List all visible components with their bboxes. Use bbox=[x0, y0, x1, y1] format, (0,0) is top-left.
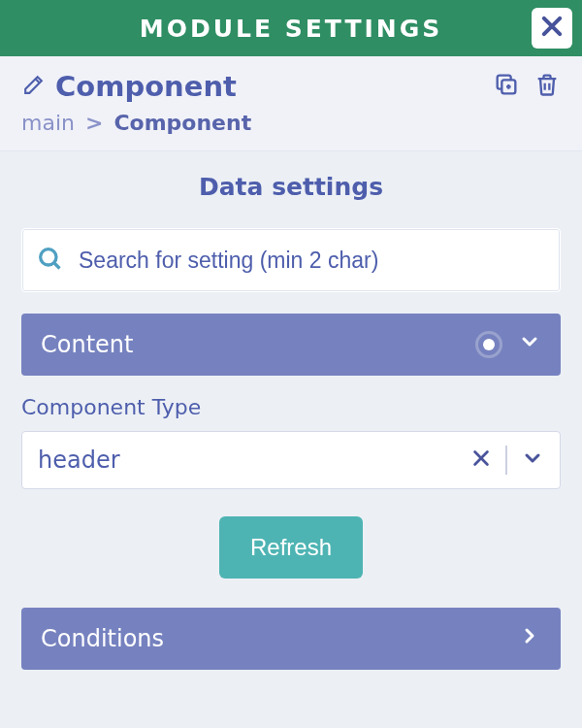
duplicate-icon[interactable] bbox=[493, 71, 520, 102]
section-title: Data settings bbox=[0, 173, 582, 201]
divider bbox=[505, 446, 507, 475]
accordion-content-label: Content bbox=[41, 331, 133, 358]
breadcrumb: main > Component bbox=[21, 111, 561, 135]
trash-icon[interactable] bbox=[534, 71, 561, 102]
accordion-content[interactable]: Content bbox=[21, 314, 561, 376]
chevron-down-icon bbox=[518, 330, 541, 359]
refresh-button[interactable]: Refresh bbox=[219, 516, 363, 579]
title-actions bbox=[493, 71, 561, 102]
component-title: Component bbox=[55, 70, 493, 103]
title-row: Component bbox=[21, 70, 561, 103]
search-box[interactable] bbox=[21, 228, 561, 292]
subheader: Component main > Component bbox=[0, 56, 582, 151]
component-type-select[interactable]: header bbox=[21, 431, 561, 489]
clear-icon[interactable] bbox=[470, 447, 492, 473]
svg-point-1 bbox=[41, 249, 56, 265]
header-title: MODULE SETTINGS bbox=[140, 15, 442, 43]
panel-body: Content Component Type header Refresh Co… bbox=[0, 228, 582, 670]
radio-indicator-icon bbox=[475, 331, 502, 358]
header-bar: MODULE SETTINGS bbox=[0, 0, 582, 56]
pencil-icon[interactable] bbox=[21, 73, 46, 101]
button-row: Refresh bbox=[21, 516, 561, 579]
search-icon bbox=[36, 245, 63, 276]
component-type-value: header bbox=[38, 447, 470, 474]
breadcrumb-current: Component bbox=[113, 111, 251, 135]
chevron-down-icon[interactable] bbox=[521, 447, 544, 474]
component-type-label: Component Type bbox=[21, 395, 561, 419]
accordion-conditions-label: Conditions bbox=[41, 625, 164, 652]
close-button[interactable] bbox=[532, 8, 572, 49]
chevron-right-icon bbox=[518, 624, 541, 653]
breadcrumb-root[interactable]: main bbox=[21, 111, 75, 135]
accordion-conditions[interactable]: Conditions bbox=[21, 608, 561, 670]
breadcrumb-separator: > bbox=[85, 111, 103, 135]
search-input[interactable] bbox=[79, 229, 560, 291]
close-icon bbox=[538, 13, 566, 44]
